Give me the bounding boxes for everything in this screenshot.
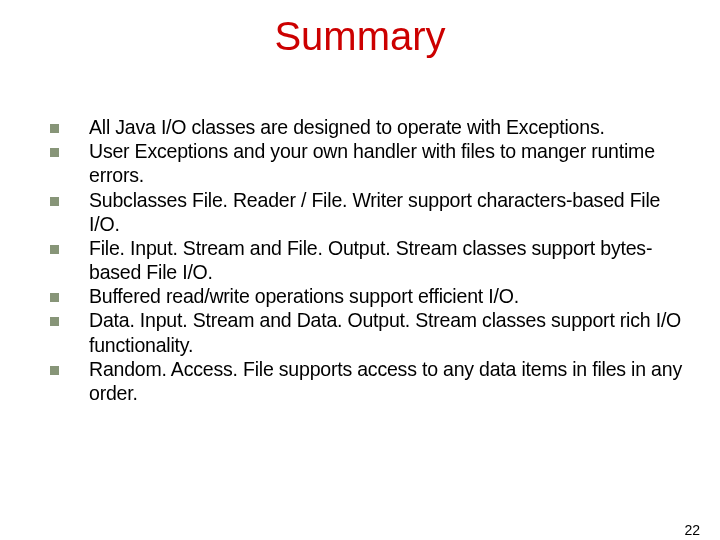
bullet-text: User Exceptions and your own handler wit… bbox=[89, 139, 696, 187]
bullet-text: Subclasses File. Reader / File. Writer s… bbox=[89, 188, 696, 236]
list-item: Random. Access. File supports access to … bbox=[50, 357, 696, 405]
bullet-icon bbox=[50, 124, 59, 133]
bullet-text: All Java I/O classes are designed to ope… bbox=[89, 115, 696, 139]
bullet-icon bbox=[50, 245, 59, 254]
bullet-text: Data. Input. Stream and Data. Output. St… bbox=[89, 308, 696, 356]
bullet-icon bbox=[50, 317, 59, 326]
bullet-icon bbox=[50, 148, 59, 157]
bullet-list: All Java I/O classes are designed to ope… bbox=[0, 115, 720, 405]
page-number: 22 bbox=[684, 522, 700, 538]
slide-title: Summary bbox=[0, 14, 720, 59]
slide: Summary All Java I/O classes are designe… bbox=[0, 14, 720, 540]
list-item: User Exceptions and your own handler wit… bbox=[50, 139, 696, 187]
bullet-icon bbox=[50, 197, 59, 206]
bullet-icon bbox=[50, 293, 59, 302]
list-item: Subclasses File. Reader / File. Writer s… bbox=[50, 188, 696, 236]
bullet-text: Buffered read/write operations support e… bbox=[89, 284, 696, 308]
list-item: All Java I/O classes are designed to ope… bbox=[50, 115, 696, 139]
list-item: Data. Input. Stream and Data. Output. St… bbox=[50, 308, 696, 356]
bullet-text: File. Input. Stream and File. Output. St… bbox=[89, 236, 696, 284]
bullet-text: Random. Access. File supports access to … bbox=[89, 357, 696, 405]
list-item: Buffered read/write operations support e… bbox=[50, 284, 696, 308]
bullet-icon bbox=[50, 366, 59, 375]
list-item: File. Input. Stream and File. Output. St… bbox=[50, 236, 696, 284]
